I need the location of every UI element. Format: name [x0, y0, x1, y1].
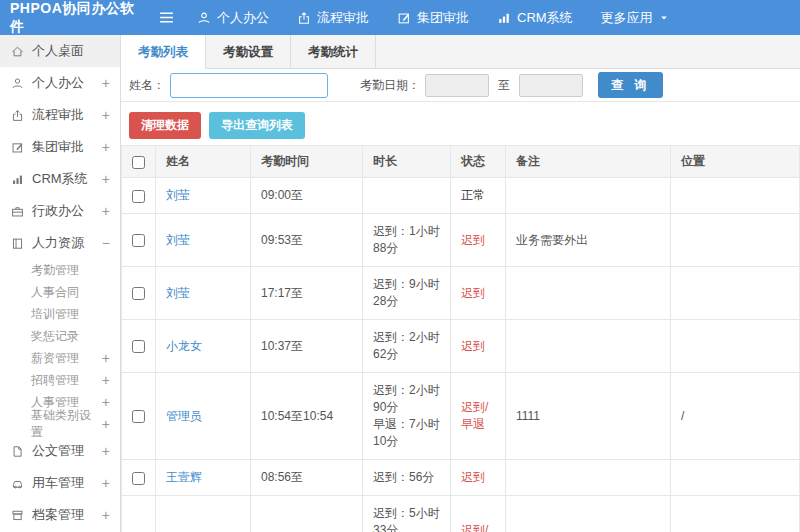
expand-toggle-icon: + — [102, 507, 110, 523]
user-icon — [197, 11, 211, 25]
sidebar-item-personal-office[interactable]: 个人办公+ — [0, 67, 120, 99]
sidebar-item-vehicle-management[interactable]: 用车管理+ — [0, 467, 120, 499]
sidebar-subitem-basic-category-settings[interactable]: 基础类别设置+ — [0, 413, 120, 435]
expand-toggle-icon: + — [102, 394, 110, 410]
cell-duration: 迟到：9小时28分 — [363, 267, 451, 320]
sidebar-toggle-button[interactable] — [158, 9, 175, 26]
briefcase-icon — [11, 205, 24, 218]
table-row: 小龙女10:37至迟到：2小时62分迟到 — [122, 320, 800, 373]
select-all-cell — [122, 146, 156, 178]
sidebar-item-workflow-approval[interactable]: 流程审批+ — [0, 99, 120, 131]
cell-name: 王壹辉 — [156, 460, 251, 496]
employee-link[interactable]: 刘莹 — [166, 233, 190, 247]
column-header: 备注 — [506, 146, 671, 178]
employee-link[interactable]: 王壹辉 — [166, 470, 202, 484]
sidebar-subitem-label: 考勤管理 — [31, 262, 79, 279]
nav-item-crm-system[interactable]: CRM系统 — [497, 9, 573, 27]
employee-link[interactable]: 管理员 — [166, 409, 202, 423]
column-header: 考勤时间 — [251, 146, 363, 178]
expand-toggle-icon: + — [102, 443, 110, 459]
search-button[interactable]: 查 询 — [598, 72, 663, 98]
expand-toggle-icon: + — [102, 350, 110, 366]
cell-location — [671, 178, 800, 214]
cell-name: 刘莹 — [156, 267, 251, 320]
date-to-label: 至 — [498, 77, 510, 94]
date-from-input[interactable] — [425, 74, 489, 97]
cell-name: 刘莹 — [156, 178, 251, 214]
sidebar-subitem-salary-management[interactable]: 薪资管理+ — [0, 347, 120, 369]
nav-item-label: 个人办公 — [217, 9, 269, 27]
navbar-menu: 个人办公流程审批集团审批CRM系统更多应用 — [197, 9, 669, 27]
cell-remark — [506, 267, 671, 320]
sidebar-item-label: 人力资源 — [32, 234, 84, 252]
cell-checkbox — [122, 496, 156, 532]
cell-remark: 1111 — [506, 373, 671, 460]
app-logo: PHPOA协同办公软件 — [0, 0, 158, 36]
cell-duration: 迟到：2小时62分 — [363, 320, 451, 373]
cell-remark — [506, 320, 671, 373]
sidebar-item-label: 公文管理 — [32, 442, 84, 460]
cell-location: / — [671, 373, 800, 460]
cell-time: 13:20至13:20 — [251, 496, 363, 532]
top-navbar: PHPOA协同办公软件 个人办公流程审批集团审批CRM系统更多应用 — [0, 0, 800, 35]
sidebar-item-label: 个人办公 — [32, 74, 84, 92]
nav-item-workflow-approval[interactable]: 流程审批 — [297, 9, 369, 27]
cell-remark — [506, 496, 671, 532]
sidebar-item-label: 集团审批 — [32, 138, 84, 156]
sidebar-subitem-training-management[interactable]: 培训管理 — [0, 303, 120, 325]
sidebar-item-archive-management[interactable]: 档案管理+ — [0, 499, 120, 531]
hr-icon — [11, 237, 24, 250]
cell-duration — [363, 178, 451, 214]
row-checkbox[interactable] — [132, 287, 145, 300]
row-checkbox[interactable] — [132, 234, 145, 247]
cell-checkbox — [122, 320, 156, 373]
row-checkbox[interactable] — [132, 340, 145, 353]
date-to-input[interactable] — [519, 74, 583, 97]
name-filter-input[interactable] — [170, 73, 328, 98]
cell-location: / — [671, 496, 800, 532]
cell-duration: 迟到：1小时88分 — [363, 214, 451, 267]
sidebar-item-crm-system[interactable]: CRM系统+ — [0, 163, 120, 195]
cell-status: 迟到/早退 — [451, 373, 506, 460]
sidebar-item-group-approval[interactable]: 集团审批+ — [0, 131, 120, 163]
export-list-button[interactable]: 导出查询列表 — [209, 112, 305, 139]
sidebar-item-personal-desktop[interactable]: 个人桌面 — [0, 35, 120, 67]
employee-link[interactable]: 小龙女 — [166, 339, 202, 353]
main-layout: 个人桌面个人办公+流程审批+集团审批+CRM系统+行政办公+人力资源−考勤管理人… — [0, 35, 800, 532]
tab-attendance-list[interactable]: 考勤列表 — [121, 35, 206, 69]
row-checkbox[interactable] — [132, 410, 145, 423]
sidebar-subitem-recruitment-management[interactable]: 招聘管理+ — [0, 369, 120, 391]
expand-toggle-icon: + — [102, 107, 110, 123]
expand-toggle-icon: − — [102, 235, 110, 251]
sidebar-subitem-attendance-management[interactable]: 考勤管理 — [0, 259, 120, 281]
sidebar-item-label: 个人桌面 — [32, 42, 84, 60]
nav-item-label: CRM系统 — [517, 9, 573, 27]
sidebar-item-label: 用车管理 — [32, 474, 84, 492]
clean-data-button[interactable]: 清理数据 — [129, 112, 201, 139]
tab-attendance-stats[interactable]: 考勤统计 — [291, 35, 376, 68]
cell-name: 刘莹 — [156, 214, 251, 267]
sidebar-subitem-personnel-contract[interactable]: 人事合同 — [0, 281, 120, 303]
nav-item-group-approval[interactable]: 集团审批 — [397, 9, 469, 27]
sidebar-subitem-reward-punishment-records[interactable]: 奖惩记录 — [0, 325, 120, 347]
employee-link[interactable]: 刘莹 — [166, 286, 190, 300]
sidebar-subitem-label: 基础类别设置 — [31, 407, 102, 441]
cell-checkbox — [122, 267, 156, 320]
cell-checkbox — [122, 373, 156, 460]
cell-time: 08:56至 — [251, 460, 363, 496]
row-checkbox[interactable] — [132, 190, 145, 203]
employee-link[interactable]: 刘莹 — [166, 188, 190, 202]
table-row: 刘莹09:53至迟到：1小时88分迟到业务需要外出 — [122, 214, 800, 267]
cell-time: 10:54至10:54 — [251, 373, 363, 460]
sidebar-item-admin-office[interactable]: 行政办公+ — [0, 195, 120, 227]
sidebar-item-human-resources[interactable]: 人力资源− — [0, 227, 120, 259]
cell-status: 迟到/早退 — [451, 496, 506, 532]
cell-duration: 迟到：2小时90分早退：7小时10分 — [363, 373, 451, 460]
expand-toggle-icon: + — [102, 416, 110, 432]
nav-item-personal-office[interactable]: 个人办公 — [197, 9, 269, 27]
nav-item-more-apps[interactable]: 更多应用 — [601, 9, 669, 27]
select-all-checkbox[interactable] — [132, 156, 145, 169]
tab-attendance-settings[interactable]: 考勤设置 — [206, 35, 291, 68]
name-filter-label: 姓名： — [129, 77, 165, 94]
row-checkbox[interactable] — [132, 472, 145, 485]
